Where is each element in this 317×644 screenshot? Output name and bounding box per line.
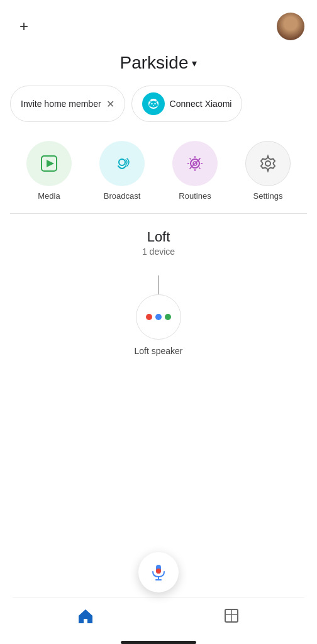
room-section: Loft 1 device <box>0 214 317 263</box>
svg-point-21 <box>265 161 270 166</box>
dropdown-arrow-icon: ▾ <box>192 57 197 69</box>
svg-line-16 <box>190 158 191 160</box>
speaker-wire <box>158 275 159 294</box>
svg-point-6 <box>153 105 154 106</box>
device-list: Loft speaker <box>0 263 317 369</box>
svg-point-5 <box>154 103 155 104</box>
header: + <box>0 0 317 47</box>
broadcast-label: Broadcast <box>104 191 141 201</box>
actions-grid: Media Broadcast <box>0 135 317 213</box>
svg-point-4 <box>151 103 152 104</box>
invite-chip-label: Invite home member <box>21 99 101 109</box>
add-button[interactable]: + <box>13 15 35 38</box>
chips-row: Invite home member ✕ Connect Xiaomi <box>0 86 317 135</box>
media-label: Media <box>38 191 60 201</box>
home-nav-button[interactable] <box>67 603 104 628</box>
device-name: Loft speaker <box>134 346 182 356</box>
list-nav-button[interactable] <box>213 603 250 628</box>
broadcast-action[interactable]: Broadcast <box>99 141 145 201</box>
speaker-icon <box>136 275 181 340</box>
dot-green <box>165 314 171 320</box>
xiaomi-icon <box>142 92 165 115</box>
settings-circle <box>245 141 291 186</box>
svg-point-9 <box>119 159 125 165</box>
svg-rect-23 <box>156 569 161 574</box>
settings-label: Settings <box>253 191 283 201</box>
home-title-section: Parkside ▾ <box>0 47 317 86</box>
media-circle <box>26 141 72 186</box>
broadcast-circle <box>99 141 145 186</box>
dot-blue <box>155 314 162 320</box>
bottom-nav <box>0 552 317 644</box>
routines-circle <box>172 141 218 186</box>
routines-action[interactable]: Routines <box>172 141 218 201</box>
room-name: Loft <box>13 229 304 245</box>
home-title[interactable]: Parkside ▾ <box>120 53 197 73</box>
nav-bar <box>13 597 304 638</box>
svg-line-17 <box>199 168 201 169</box>
invite-chip[interactable]: Invite home member ✕ <box>10 86 125 122</box>
fab-container <box>0 552 317 592</box>
media-action[interactable]: Media <box>26 141 72 201</box>
room-device-count: 1 device <box>13 247 304 257</box>
mic-fab-button[interactable] <box>138 552 179 592</box>
connect-chip[interactable]: Connect Xiaomi <box>131 86 243 122</box>
speaker-body <box>136 294 181 340</box>
routines-label: Routines <box>179 191 211 201</box>
settings-action[interactable]: Settings <box>245 141 291 201</box>
device-item[interactable]: Loft speaker <box>134 275 182 356</box>
close-icon[interactable]: ✕ <box>106 98 114 110</box>
home-indicator-bar <box>121 641 196 644</box>
avatar[interactable] <box>277 13 304 40</box>
connect-chip-label: Connect Xiaomi <box>170 99 232 109</box>
svg-marker-8 <box>47 160 54 167</box>
dot-red <box>146 314 152 320</box>
